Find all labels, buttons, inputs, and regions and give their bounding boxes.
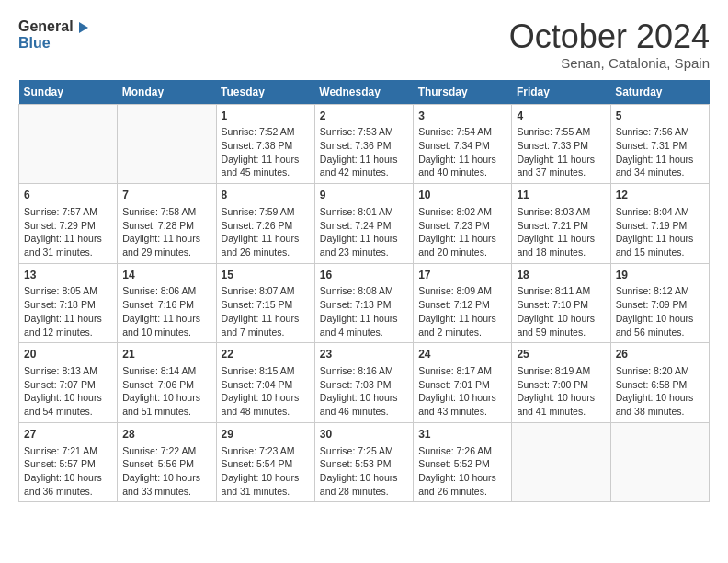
- day-info: Sunrise: 8:15 AM: [222, 364, 310, 378]
- calendar-day-cell: [118, 104, 216, 184]
- calendar-day-cell: 21Sunrise: 8:14 AMSunset: 7:06 PMDayligh…: [118, 343, 216, 423]
- day-info: Sunset: 7:21 PM: [517, 219, 605, 233]
- day-info: Sunrise: 8:06 AM: [122, 284, 210, 298]
- day-info: Sunrise: 8:01 AM: [320, 205, 408, 219]
- calendar-day-cell: 2Sunrise: 7:53 AMSunset: 7:36 PMDaylight…: [314, 104, 413, 184]
- day-info: Daylight: 11 hours and 10 minutes.: [122, 312, 210, 339]
- day-info: Sunset: 7:04 PM: [222, 378, 310, 392]
- day-info: Sunset: 5:53 PM: [320, 457, 408, 471]
- weekday-header: Wednesday: [314, 80, 413, 105]
- day-number: 21: [122, 347, 210, 362]
- calendar-day-cell: [19, 104, 118, 184]
- day-info: Sunset: 7:19 PM: [616, 219, 704, 233]
- day-info: Daylight: 10 hours and 28 minutes.: [320, 471, 408, 498]
- calendar-day-cell: 23Sunrise: 8:16 AMSunset: 7:03 PMDayligh…: [314, 343, 413, 423]
- day-info: Sunset: 7:09 PM: [616, 298, 704, 312]
- calendar-week-row: 6Sunrise: 7:57 AMSunset: 7:29 PMDaylight…: [19, 184, 710, 264]
- day-number: 10: [418, 188, 506, 203]
- day-info: Sunrise: 8:02 AM: [418, 205, 506, 219]
- calendar-week-row: 27Sunrise: 7:21 AMSunset: 5:57 PMDayligh…: [19, 422, 710, 502]
- day-info: Daylight: 10 hours and 51 minutes.: [122, 391, 210, 418]
- day-number: 27: [24, 427, 112, 442]
- day-info: Sunrise: 7:57 AM: [24, 205, 112, 219]
- month-title: October 2024: [509, 18, 710, 55]
- day-info: Daylight: 10 hours and 38 minutes.: [616, 391, 704, 418]
- day-info: Sunset: 7:18 PM: [24, 298, 112, 312]
- day-info: Sunset: 5:57 PM: [24, 457, 112, 471]
- day-info: Daylight: 10 hours and 26 minutes.: [418, 471, 506, 498]
- day-info: Sunset: 7:10 PM: [517, 298, 605, 312]
- day-info: Sunrise: 7:26 AM: [418, 444, 506, 458]
- calendar-day-cell: 14Sunrise: 8:06 AMSunset: 7:16 PMDayligh…: [118, 263, 216, 343]
- day-info: Daylight: 11 hours and 42 minutes.: [320, 153, 408, 179]
- day-number: 25: [517, 347, 605, 362]
- day-info: Sunset: 7:34 PM: [418, 139, 506, 153]
- day-info: Sunset: 6:58 PM: [616, 378, 704, 392]
- day-info: Sunrise: 8:11 AM: [517, 284, 605, 298]
- calendar-day-cell: 18Sunrise: 8:11 AMSunset: 7:10 PMDayligh…: [512, 263, 610, 343]
- day-info: Sunrise: 8:03 AM: [517, 205, 605, 219]
- day-info: Sunrise: 8:09 AM: [418, 284, 506, 298]
- day-number: 19: [616, 268, 704, 283]
- day-info: Sunset: 7:23 PM: [418, 219, 506, 233]
- logo-general: General: [18, 18, 90, 35]
- day-number: 1: [222, 109, 310, 124]
- calendar-week-row: 20Sunrise: 8:13 AMSunset: 7:07 PMDayligh…: [19, 343, 710, 423]
- calendar-day-cell: 1Sunrise: 7:52 AMSunset: 7:38 PMDaylight…: [216, 104, 314, 184]
- day-info: Sunset: 7:16 PM: [122, 298, 210, 312]
- day-info: Daylight: 11 hours and 40 minutes.: [418, 153, 506, 179]
- day-number: 14: [122, 268, 210, 283]
- day-info: Daylight: 11 hours and 26 minutes.: [222, 232, 310, 259]
- day-info: Sunset: 7:15 PM: [222, 298, 310, 312]
- calendar-day-cell: 27Sunrise: 7:21 AMSunset: 5:57 PMDayligh…: [19, 422, 118, 502]
- day-info: Daylight: 11 hours and 37 minutes.: [517, 153, 605, 179]
- day-number: 24: [418, 347, 506, 362]
- calendar-day-cell: 3Sunrise: 7:54 AMSunset: 7:34 PMDaylight…: [414, 104, 512, 184]
- day-info: Sunrise: 7:52 AM: [222, 125, 310, 139]
- logo: General Blue: [18, 18, 90, 52]
- calendar-table: SundayMondayTuesdayWednesdayThursdayFrid…: [18, 80, 710, 503]
- day-info: Daylight: 10 hours and 48 minutes.: [222, 391, 310, 418]
- day-info: Daylight: 11 hours and 12 minutes.: [24, 312, 112, 339]
- day-info: Sunset: 7:26 PM: [222, 219, 310, 233]
- day-info: Sunset: 7:01 PM: [418, 378, 506, 392]
- weekday-header: Sunday: [19, 80, 118, 105]
- day-number: 29: [222, 427, 310, 442]
- day-info: Sunset: 5:54 PM: [222, 457, 310, 471]
- day-info: Sunrise: 7:21 AM: [24, 444, 112, 458]
- day-info: Daylight: 11 hours and 2 minutes.: [418, 312, 506, 339]
- calendar-day-cell: 6Sunrise: 7:57 AMSunset: 7:29 PMDaylight…: [19, 184, 118, 264]
- day-info: Daylight: 11 hours and 7 minutes.: [222, 312, 310, 339]
- calendar-day-cell: 10Sunrise: 8:02 AMSunset: 7:23 PMDayligh…: [414, 184, 512, 264]
- day-info: Sunset: 7:12 PM: [418, 298, 506, 312]
- day-info: Sunrise: 8:14 AM: [122, 364, 210, 378]
- day-info: Daylight: 11 hours and 23 minutes.: [320, 232, 408, 259]
- day-number: 8: [222, 188, 310, 203]
- calendar-day-cell: 22Sunrise: 8:15 AMSunset: 7:04 PMDayligh…: [216, 343, 314, 423]
- calendar-day-cell: [610, 422, 709, 502]
- calendar-day-cell: 28Sunrise: 7:22 AMSunset: 5:56 PMDayligh…: [118, 422, 216, 502]
- day-info: Sunrise: 7:53 AM: [320, 125, 408, 139]
- calendar-day-cell: 24Sunrise: 8:17 AMSunset: 7:01 PMDayligh…: [414, 343, 512, 423]
- calendar-day-cell: 13Sunrise: 8:05 AMSunset: 7:18 PMDayligh…: [19, 263, 118, 343]
- day-info: Daylight: 11 hours and 45 minutes.: [222, 153, 310, 179]
- weekday-header: Tuesday: [216, 80, 314, 105]
- weekday-header: Thursday: [414, 80, 512, 105]
- day-number: 30: [320, 427, 408, 442]
- calendar-day-cell: 4Sunrise: 7:55 AMSunset: 7:33 PMDaylight…: [512, 104, 610, 184]
- day-info: Sunrise: 8:13 AM: [24, 364, 112, 378]
- day-info: Sunset: 7:24 PM: [320, 219, 408, 233]
- day-info: Daylight: 11 hours and 20 minutes.: [418, 232, 506, 259]
- calendar-day-cell: 16Sunrise: 8:08 AMSunset: 7:13 PMDayligh…: [314, 263, 413, 343]
- calendar-day-cell: 30Sunrise: 7:25 AMSunset: 5:53 PMDayligh…: [314, 422, 413, 502]
- day-number: 5: [616, 109, 704, 124]
- day-info: Sunrise: 8:17 AM: [418, 364, 506, 378]
- weekday-header: Friday: [512, 80, 610, 105]
- day-info: Sunrise: 7:58 AM: [122, 205, 210, 219]
- day-info: Daylight: 11 hours and 15 minutes.: [616, 232, 704, 259]
- day-info: Sunset: 7:38 PM: [222, 139, 310, 153]
- calendar-day-cell: [512, 422, 610, 502]
- day-info: Sunrise: 8:20 AM: [616, 364, 704, 378]
- calendar-day-cell: 9Sunrise: 8:01 AMSunset: 7:24 PMDaylight…: [314, 184, 413, 264]
- day-info: Sunrise: 8:16 AM: [320, 364, 408, 378]
